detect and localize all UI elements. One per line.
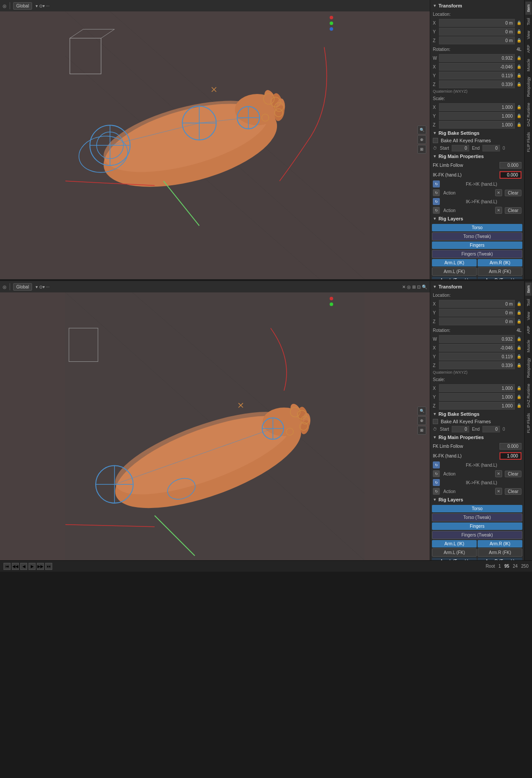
action1-clear-btn[interactable]: Clear: [505, 190, 521, 196]
bake-all-checkbox-2[interactable]: [433, 419, 438, 424]
sy-lock-icon-2[interactable]: 🔒: [517, 395, 521, 399]
sz-input[interactable]: [439, 121, 515, 129]
arm-l-ik-btn[interactable]: Arm.L (IK): [432, 259, 477, 267]
torso-btn[interactable]: Torso: [432, 224, 522, 231]
global-dropdown-2[interactable]: Global: [13, 283, 32, 291]
action1-icon[interactable]: ↻: [433, 189, 440, 196]
w-lock-icon-2[interactable]: 🔒: [517, 337, 521, 341]
fk-limb-value-2[interactable]: 0.000: [500, 443, 521, 450]
x-lock-icon[interactable]: 🔒: [517, 21, 521, 25]
w-rot-input-2[interactable]: [439, 335, 515, 343]
sy-input[interactable]: [439, 112, 515, 120]
tab-daz-runtime-bottom[interactable]: DAZ Runtime: [525, 381, 532, 410]
ry-lock-icon-2[interactable]: 🔒: [517, 354, 521, 359]
toolbar-icon-3[interactable]: ⊞: [412, 285, 416, 289]
rig-layers-section-header-2[interactable]: ▼ Rig Layers: [430, 496, 524, 504]
ik-fk-main-value[interactable]: 0.000: [500, 171, 521, 179]
arm-l-ik-btn-2[interactable]: Arm.L (IK): [432, 540, 477, 547]
rz-lock-icon[interactable]: 🔒: [517, 82, 521, 86]
torso-btn-2[interactable]: Torso: [432, 505, 522, 512]
z-lock-icon[interactable]: 🔒: [517, 38, 521, 43]
tab-arp-bottom[interactable]: ARP: [525, 323, 532, 337]
z-loc-input-2[interactable]: [439, 317, 515, 325]
arm-r-tweak-btn-2[interactable]: Arm.R (Tweak): [478, 558, 522, 560]
viewport-canvas-top[interactable]: ◎ Global ▾ ⊙▾ ···: [0, 0, 430, 279]
bake-end-input-2[interactable]: [482, 426, 500, 432]
tab-muscle-top[interactable]: Muscle: [525, 56, 532, 74]
tab-item-bottom[interactable]: Item: [525, 283, 532, 296]
action2-x-btn[interactable]: ✕: [495, 207, 502, 214]
tab-retopology-bottom[interactable]: Retopology: [525, 355, 532, 381]
toolbar-icon-4[interactable]: ⊡: [417, 285, 421, 289]
sx-input-2[interactable]: [439, 384, 515, 392]
play-prev-btn[interactable]: ◀: [20, 563, 27, 570]
action1-icon-2[interactable]: ↻: [433, 470, 440, 477]
y-lock-icon-2[interactable]: 🔒: [517, 310, 521, 315]
arm-l-fk-btn-2[interactable]: Arm.L (FK): [432, 548, 477, 557]
rig-main-section-header-2[interactable]: ▼ Rig Main Properties: [430, 433, 524, 441]
ry-rot-input-2[interactable]: [439, 353, 515, 360]
y-location-input[interactable]: [439, 28, 515, 36]
tab-tool-top[interactable]: Tool: [525, 15, 532, 28]
x-lock-icon-2[interactable]: 🔒: [517, 302, 521, 306]
fk-ik-refresh-icon-2[interactable]: ↻: [433, 461, 440, 468]
fingers-btn[interactable]: Fingers: [432, 241, 522, 249]
action1-x-btn[interactable]: ✕: [495, 189, 502, 196]
w-rot-input[interactable]: [439, 54, 515, 62]
action2-x-btn-2[interactable]: ✕: [495, 488, 502, 495]
arm-r-ik-btn[interactable]: Arm.R (IK): [478, 259, 522, 267]
w-lock-icon[interactable]: 🔒: [517, 56, 521, 60]
tab-view-top[interactable]: View: [525, 28, 532, 42]
ik-fk-refresh-icon[interactable]: ↻: [433, 198, 440, 205]
rx-lock-icon-2[interactable]: 🔒: [517, 346, 521, 350]
arm-l-tweak-btn[interactable]: Arm.L (Tweak): [432, 277, 477, 279]
ry-lock-icon[interactable]: 🔒: [517, 73, 521, 78]
sz-lock-icon[interactable]: 🔒: [517, 122, 521, 127]
fk-limb-value[interactable]: 0.000: [500, 162, 521, 169]
rig-layers-section-header[interactable]: ▼ Rig Layers: [430, 215, 524, 223]
ik-fk-refresh-icon-2[interactable]: ↻: [433, 479, 440, 486]
arm-r-ik-btn-2[interactable]: Arm.R (IK): [478, 540, 522, 547]
bake-end-input[interactable]: [482, 145, 500, 151]
sx-input[interactable]: [439, 103, 515, 111]
ik-fk-main-value-2[interactable]: 1.000: [500, 452, 521, 460]
fingers-btn-2[interactable]: Fingers: [432, 522, 522, 530]
play-prev-key-btn[interactable]: ◀◀: [12, 563, 19, 570]
rz-rot-input[interactable]: [439, 80, 515, 88]
viewport-canvas-bottom[interactable]: ◎ Global ▾ ⊙▾ ··· ✕ ◎ ⊞ ⊡ 🔍: [0, 281, 430, 560]
tab-retopology-top[interactable]: Retopology: [525, 74, 532, 100]
action2-clear-btn-2[interactable]: Clear: [505, 488, 521, 495]
toolbar-icon-5[interactable]: 🔍: [422, 285, 427, 289]
global-dropdown[interactable]: Global: [13, 2, 32, 10]
toolbar-icon-2[interactable]: ◎: [407, 285, 411, 289]
bake-start-input[interactable]: [452, 145, 469, 151]
y-loc-input-2[interactable]: [439, 309, 515, 317]
arm-r-tweak-btn[interactable]: Arm.R (Tweak): [478, 277, 522, 279]
play-btn[interactable]: ▶: [29, 563, 36, 570]
play-next-btn[interactable]: ▶▶: [37, 563, 44, 570]
play-start-btn[interactable]: ⏮: [4, 563, 11, 570]
arm-r-fk-btn-2[interactable]: Arm.R (FK): [478, 548, 522, 557]
z-lock-icon-2[interactable]: 🔒: [517, 319, 521, 324]
tab-flip-fluids-bottom[interactable]: FLIP Fluids: [525, 411, 532, 436]
arm-r-fk-btn[interactable]: Arm.R (FK): [478, 267, 522, 276]
arm-l-fk-btn[interactable]: Arm.L (FK): [432, 267, 477, 276]
tab-view-bottom[interactable]: View: [525, 309, 532, 323]
transform-section-header-2[interactable]: ▼ Transform: [430, 283, 524, 291]
nav-zoom-btn[interactable]: 🔍: [417, 126, 426, 134]
bake-start-input-2[interactable]: [452, 426, 469, 432]
nav-grid-btn[interactable]: ⊞: [417, 145, 426, 154]
bake-all-checkbox[interactable]: [433, 138, 438, 143]
toolbar-icon-1[interactable]: ✕: [402, 285, 406, 289]
action1-clear-btn-2[interactable]: Clear: [505, 471, 521, 477]
action2-clear-btn[interactable]: Clear: [505, 207, 521, 214]
x-location-input[interactable]: [439, 19, 515, 27]
nav-cursor-btn[interactable]: ⊕: [417, 135, 426, 144]
tab-tool-bottom[interactable]: Tool: [525, 296, 532, 309]
fingers-tweak-btn[interactable]: Fingers (Tweak): [432, 250, 522, 258]
sy-lock-icon[interactable]: 🔒: [517, 114, 521, 118]
nav-cursor-btn-2[interactable]: ⊕: [417, 416, 426, 425]
z-location-input[interactable]: [439, 36, 515, 44]
transform-section-header[interactable]: ▼ Transform: [430, 2, 524, 10]
action2-icon[interactable]: ↻: [433, 207, 440, 214]
